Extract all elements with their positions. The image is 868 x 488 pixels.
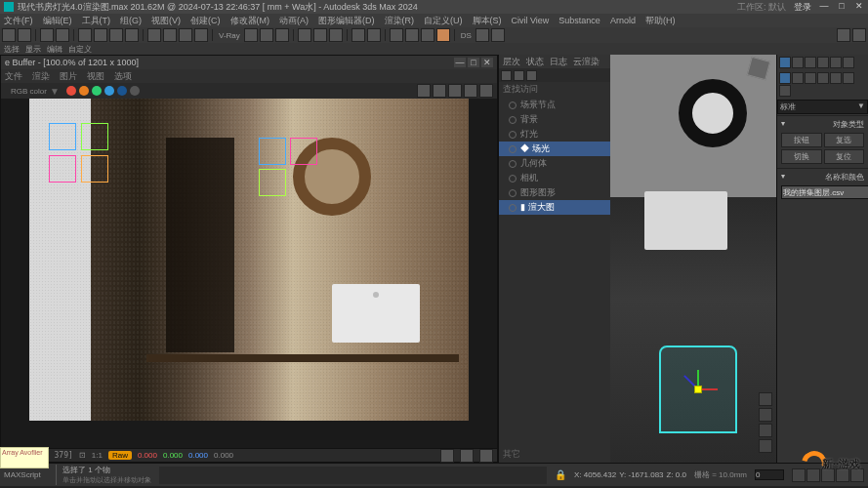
fb-history-button[interactable] xyxy=(417,84,431,98)
cmd-cat-geometry[interactable] xyxy=(779,72,791,84)
tree-item-background[interactable]: 背景 xyxy=(499,112,610,127)
menu-script[interactable]: 脚本(S) xyxy=(473,15,502,27)
menu-view[interactable]: 视图(V) xyxy=(151,15,181,27)
select-rect-button[interactable] xyxy=(109,28,123,42)
place-button[interactable] xyxy=(194,28,208,42)
tree-item-lights[interactable]: 灯光 xyxy=(499,127,610,142)
fb-tab-view[interactable]: 视图 xyxy=(87,70,104,83)
fb-compare-button[interactable] xyxy=(433,84,446,98)
fb-close-button[interactable]: ✕ xyxy=(481,58,493,67)
tree-item-bigrender[interactable]: ▮ 渲大图 xyxy=(499,200,610,215)
cmd-modify-tab[interactable] xyxy=(792,57,804,68)
fb-render-stop-button[interactable] xyxy=(66,86,76,96)
vp-orbit-button[interactable] xyxy=(759,424,772,437)
fb-channel-label[interactable]: RGB color xyxy=(11,87,47,96)
ds-tool-2[interactable] xyxy=(491,28,505,42)
scale-button[interactable] xyxy=(179,28,192,42)
tree-item-cameras[interactable]: 相机 xyxy=(499,171,610,185)
hier-display-button[interactable] xyxy=(501,70,512,81)
rotate-button[interactable] xyxy=(163,28,177,42)
align-button[interactable] xyxy=(367,28,381,42)
coord-y[interactable]: Y: -1671.083 xyxy=(619,470,663,479)
render-view[interactable] xyxy=(1,99,497,448)
fb-render-ipr-button[interactable] xyxy=(104,86,114,96)
fb-zoom-actual-button[interactable]: 1:1 xyxy=(92,451,103,460)
ds-tool-1[interactable] xyxy=(475,28,489,42)
fb-render-region-button[interactable] xyxy=(117,86,127,96)
hier-tab-hierarchy[interactable]: 层次 xyxy=(503,56,520,68)
login-button[interactable]: 登录 xyxy=(794,1,811,14)
cmd-btn-1[interactable]: 按钮 xyxy=(781,133,822,147)
menu-file[interactable]: 文件(F) xyxy=(4,15,33,27)
goto-end-button[interactable] xyxy=(850,468,864,482)
toolbar-extra-2[interactable] xyxy=(852,28,866,42)
material-editor-button[interactable] xyxy=(390,28,403,42)
close-button[interactable]: ✕ xyxy=(854,1,864,11)
fb-tool-a[interactable] xyxy=(440,449,454,463)
menu-substance[interactable]: Substance xyxy=(558,16,600,25)
fb-layers-button[interactable] xyxy=(479,84,493,98)
next-frame-button[interactable] xyxy=(836,468,849,482)
cmd-cat-lights[interactable] xyxy=(805,72,816,84)
menu-group[interactable]: 组(G) xyxy=(120,15,142,27)
tree-item-geometry[interactable]: 几何体 xyxy=(499,156,610,171)
goto-start-button[interactable] xyxy=(792,468,806,482)
cmd-cat-shapes[interactable] xyxy=(792,72,804,84)
maxscript-alert[interactable]: Array Avoflier xyxy=(0,447,49,468)
toolbar-extra-1[interactable] xyxy=(837,28,850,42)
fb-settings-button[interactable] xyxy=(464,84,477,98)
fb-tool-c[interactable] xyxy=(479,449,493,463)
window-crossing-button[interactable] xyxy=(125,28,139,42)
prev-frame-button[interactable] xyxy=(806,468,820,482)
menu-tools[interactable]: 工具(T) xyxy=(82,15,111,27)
cmd-utilities-tab[interactable] xyxy=(843,57,854,68)
cmd-btn-4[interactable]: 复位 xyxy=(824,149,865,164)
vray-toolbar-1[interactable] xyxy=(244,28,258,42)
link-button[interactable] xyxy=(40,28,54,42)
fb-tab-options[interactable]: 选项 xyxy=(114,70,132,83)
cmd-create-tab[interactable] xyxy=(779,57,791,68)
cmd-cat-systems[interactable] xyxy=(779,85,791,97)
object-name-input[interactable] xyxy=(781,185,868,199)
menu-create[interactable]: 创建(C) xyxy=(190,15,221,27)
vp-pan-button[interactable] xyxy=(759,408,772,422)
cmd-btn-2[interactable]: 复选 xyxy=(824,133,865,147)
maximize-button[interactable]: □ xyxy=(837,1,847,11)
fb-tool-b[interactable] xyxy=(460,449,474,463)
render-setup-button[interactable] xyxy=(405,28,419,42)
cmd-section-name[interactable]: ▾ 名称和颜色 xyxy=(781,171,864,183)
play-button[interactable] xyxy=(821,468,835,482)
cmd-hierarchy-tab[interactable] xyxy=(805,57,816,68)
vp-maximize-button[interactable] xyxy=(759,439,772,453)
menu-modifiers[interactable]: 修改器(M) xyxy=(230,15,270,27)
cmd-subtype-dropdown[interactable]: 标准▼ xyxy=(777,100,868,114)
undo-button[interactable] xyxy=(2,28,16,42)
percent-snap[interactable] xyxy=(329,28,343,42)
fb-render-start-button[interactable] xyxy=(92,86,102,96)
perspective-viewport[interactable] xyxy=(610,55,776,463)
cmd-display-tab[interactable] xyxy=(830,57,842,68)
cmd-section-objtype[interactable]: ▾ 对象类型 xyxy=(781,118,864,131)
cmd-cat-helpers[interactable] xyxy=(830,72,842,84)
vray-toolbar-2[interactable] xyxy=(260,28,273,42)
workspace-dropdown[interactable]: 工作区: 默认 xyxy=(737,1,786,14)
menu-civilview[interactable]: Civil View xyxy=(512,16,550,25)
tree-item-scene[interactable]: 场景节点 xyxy=(499,98,610,112)
ribbon-tab-custom[interactable]: 自定义 xyxy=(66,44,94,55)
mirror-button[interactable] xyxy=(351,28,365,42)
snap-toggle[interactable] xyxy=(298,28,311,42)
hier-filter-button[interactable] xyxy=(514,70,524,81)
menu-customize[interactable]: 自定义(U) xyxy=(424,15,463,27)
fb-zoom-fit-button[interactable]: ⊡ xyxy=(79,451,86,460)
hier-tab-log[interactable]: 日志 xyxy=(550,56,567,68)
menu-arnold[interactable]: Arnold xyxy=(610,16,636,25)
coord-z[interactable]: Z: 0.0 xyxy=(667,470,686,479)
fb-tab-image[interactable]: 图片 xyxy=(60,70,77,83)
menu-render[interactable]: 渲染(R) xyxy=(385,15,415,27)
select-button[interactable] xyxy=(78,28,92,42)
lock-icon[interactable]: 🔒 xyxy=(555,469,566,480)
unlink-button[interactable] xyxy=(56,28,69,42)
hier-tab-cloud[interactable]: 云渲染 xyxy=(573,56,599,68)
transform-gizmo[interactable] xyxy=(679,370,718,409)
select-name-button[interactable] xyxy=(94,28,107,42)
